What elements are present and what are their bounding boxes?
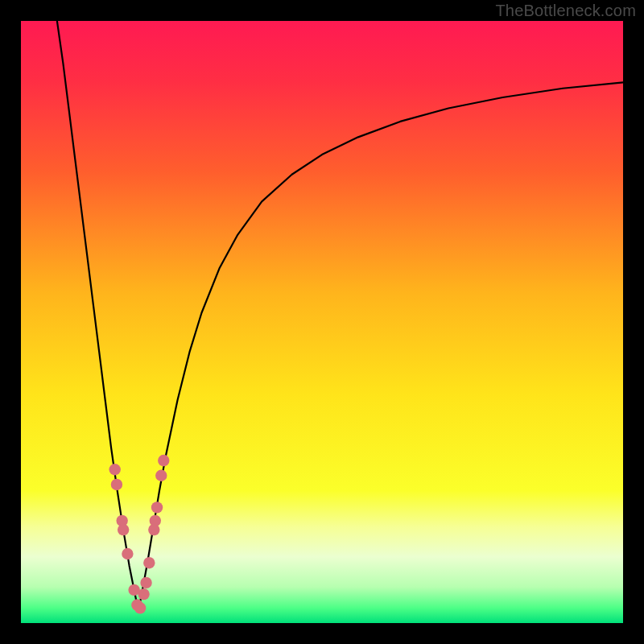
- chart-canvas: [21, 21, 623, 623]
- watermark-text: TheBottleneck.com: [495, 2, 636, 20]
- plot-area: [21, 21, 623, 623]
- chart-frame: TheBottleneck.com: [0, 0, 644, 644]
